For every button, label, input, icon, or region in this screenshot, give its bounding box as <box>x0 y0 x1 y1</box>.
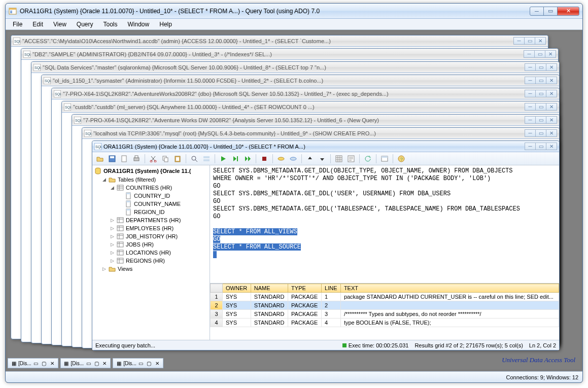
svg-rect-51 <box>126 201 130 202</box>
collapse-icon[interactable]: ◢ <box>110 185 115 190</box>
child-max[interactable]: ▭ <box>535 143 546 150</box>
table-row[interactable]: 1SYSSTANDARDPACKAGE1package STANDARD AUT… <box>211 293 559 301</box>
grid-icon[interactable] <box>333 153 344 164</box>
restore-icon[interactable]: ▭ <box>85 360 92 367</box>
minimize-button[interactable]: ─ <box>530 7 544 16</box>
tree-table[interactable]: ▷EMPLOYEES (HR) <box>93 224 209 232</box>
col-name[interactable]: NAME <box>251 284 288 293</box>
close-button[interactable]: ✕ <box>557 7 579 16</box>
print-icon[interactable] <box>131 153 142 164</box>
tree-table-countries[interactable]: ◢COUNTRIES (HR) <box>93 184 209 192</box>
new-icon[interactable] <box>119 153 130 164</box>
col-owner[interactable]: OWNER <box>223 284 251 293</box>
svg-text:SQL: SQL <box>95 145 101 149</box>
menu-view[interactable]: View <box>48 20 72 29</box>
copy-icon[interactable] <box>160 153 171 164</box>
table-row[interactable]: 4SYSSTANDARDPACKAGE4type BOOLEAN is (FAL… <box>211 319 559 327</box>
tree-col[interactable]: COUNTRY_ID <box>93 192 209 200</box>
menu-query[interactable]: Query <box>72 20 98 29</box>
tree-views[interactable]: ▷Views <box>93 265 209 273</box>
svg-text:SQL: SQL <box>55 92 61 96</box>
collapse-icon[interactable]: ◢ <box>101 177 107 182</box>
max-icon[interactable]: ▢ <box>146 360 153 367</box>
max-icon[interactable]: ▢ <box>93 360 100 367</box>
sql-icon: SQL <box>94 143 101 150</box>
expand-icon[interactable]: ▷ <box>110 250 115 255</box>
expand-icon[interactable]: ▷ <box>110 242 115 247</box>
expand-icon[interactable]: ▷ <box>101 266 107 271</box>
menu-window[interactable]: Window <box>123 20 155 29</box>
cut-icon[interactable] <box>148 153 159 164</box>
expand-icon[interactable]: ▷ <box>110 226 115 231</box>
new-window-icon[interactable] <box>379 153 390 164</box>
tree-tables[interactable]: ◢Tables (filtered) <box>93 175 209 184</box>
table-row-selected[interactable]: 2SYSSTANDARDPACKAGE2 <box>211 301 559 310</box>
child-close[interactable]: ✕ <box>535 37 546 45</box>
help-icon[interactable]: ? <box>396 153 407 164</box>
expand-icon[interactable]: ▷ <box>110 258 115 263</box>
status-cursor: Ln 2, Col 2 <box>529 342 556 348</box>
col-type[interactable]: TYPE <box>288 284 322 293</box>
restore-icon[interactable]: ▭ <box>137 360 145 367</box>
child-max[interactable]: ▭ <box>524 37 535 45</box>
child-min[interactable]: ─ <box>513 37 525 45</box>
sql-icon: SQL <box>33 64 41 71</box>
rollback-icon[interactable] <box>288 153 299 164</box>
sql-icon: SQL <box>84 130 91 137</box>
table-row[interactable]: 3SYSSTANDARDPACKAGE3/********** Types an… <box>211 310 559 319</box>
menu-edit[interactable]: Edit <box>27 20 48 29</box>
col-line[interactable]: LINE <box>322 284 341 293</box>
close-icon[interactable]: ✕ <box>101 360 108 367</box>
object-tree[interactable]: ORA11GR1 (System) {Oracle 11.( ◢Tables (… <box>92 165 210 340</box>
tree-table[interactable]: ▷JOB_HISTORY (HR) <box>93 232 209 240</box>
tree-table[interactable]: ▷LOCATIONS (HR) <box>93 249 209 257</box>
maximize-button[interactable]: ▭ <box>543 7 558 16</box>
tree-root[interactable]: ORA11GR1 (System) {Oracle 11.( <box>93 166 209 175</box>
run-step-icon[interactable] <box>230 153 241 164</box>
close-icon[interactable]: ✕ <box>154 360 161 367</box>
menu-tools[interactable]: Tools <box>98 20 123 29</box>
max-icon[interactable]: ▢ <box>41 360 48 367</box>
minimized-window[interactable]: ▦[Dis...▭▢✕ <box>60 358 111 368</box>
child-close[interactable]: ✕ <box>546 143 557 150</box>
stop-icon[interactable] <box>259 153 270 164</box>
expand-icon[interactable]: ▷ <box>110 234 115 239</box>
tree-col[interactable]: COUNTRY_NAME <box>93 200 209 208</box>
sql-editor[interactable]: SELECT SYS.DBMS_METADATA.GET_DDL(OBJECT_… <box>210 165 559 283</box>
run-all-icon[interactable] <box>242 153 253 164</box>
tree-table[interactable]: ▷DEPARTMENTS (HR) <box>93 216 209 224</box>
tree-col[interactable]: REGION_ID <box>93 208 209 216</box>
svg-rect-58 <box>117 250 123 255</box>
col-rownum[interactable] <box>211 284 223 293</box>
tree-table[interactable]: ▷JOBS (HR) <box>93 240 209 249</box>
textout-icon[interactable] <box>345 153 357 164</box>
save-icon[interactable] <box>107 153 118 164</box>
menu-help[interactable]: Help <box>154 20 177 29</box>
minimized-window[interactable]: ▦[Dis...▭▢✕ <box>8 358 58 368</box>
nav-up-icon[interactable] <box>304 153 316 164</box>
commit-icon[interactable] <box>275 153 287 164</box>
open-icon[interactable] <box>94 153 106 164</box>
main-titlebar[interactable]: ORA11GR1 (System) {Oracle 11.01.0070} - … <box>6 4 582 19</box>
refresh-icon[interactable] <box>362 153 373 164</box>
minimized-window[interactable]: ▦[Dis...▭▢✕ <box>113 358 163 368</box>
expand-icon[interactable]: ▷ <box>110 218 115 223</box>
close-icon[interactable]: ✕ <box>49 360 56 367</box>
nav-down-icon[interactable] <box>317 153 328 164</box>
svg-text:?: ? <box>400 157 403 162</box>
run-icon[interactable] <box>218 153 229 164</box>
active-titlebar[interactable]: SQL ORA11GR1 (System) {Oracle 11.01.0070… <box>92 141 559 152</box>
col-text[interactable]: TEXT <box>340 284 559 293</box>
child-min[interactable]: ─ <box>525 143 536 150</box>
replace-icon[interactable] <box>201 153 212 164</box>
svg-rect-37 <box>262 157 266 161</box>
menu-file[interactable]: File <box>8 20 27 29</box>
tree-table[interactable]: ▷REGIONS (HR) <box>93 257 209 265</box>
find-icon[interactable] <box>189 153 200 164</box>
svg-point-38 <box>278 157 284 160</box>
svg-rect-55 <box>117 226 123 231</box>
paste-icon[interactable] <box>172 153 183 164</box>
restore-icon[interactable]: ▭ <box>32 360 40 367</box>
mdi-child-active[interactable]: SQL ORA11GR1 (System) {Oracle 11.01.0070… <box>92 140 560 350</box>
results-grid[interactable]: OWNER NAME TYPE LINE TEXT 1SYSSTANDARDPA… <box>210 283 559 340</box>
